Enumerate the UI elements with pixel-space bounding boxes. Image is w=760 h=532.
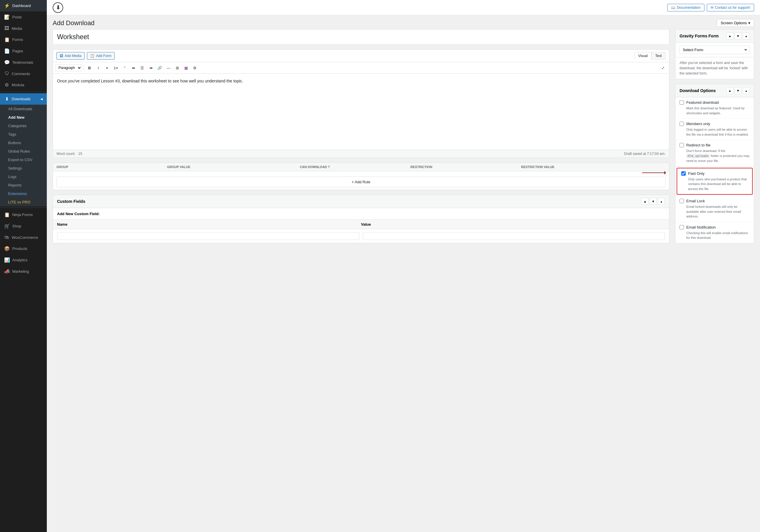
- do-email-lock-header: Email Lock: [680, 199, 750, 203]
- close-box-button[interactable]: ▴: [658, 198, 665, 205]
- sidebar-item-products[interactable]: 📦 Products: [0, 243, 47, 254]
- do-redirect-checkbox[interactable]: [680, 143, 684, 147]
- sidebar-sub-extensions[interactable]: Extensions: [0, 190, 47, 198]
- collapse-up-button[interactable]: ▲: [641, 198, 648, 205]
- align-center-button[interactable]: ☰: [138, 64, 146, 71]
- do-email-lock: Email Lock Email locked downloads will o…: [676, 196, 754, 222]
- main-area: ⬇ 📖 Documentation ✉ Contact us for suppo…: [47, 0, 760, 532]
- sidebar: ⚡ Dashboard 📝 Posts 🖼 Media 📋 Forms 📄 Pa…: [0, 0, 47, 532]
- settings-button[interactable]: ⚙: [191, 64, 199, 71]
- align-left-button[interactable]: ⬅: [130, 64, 137, 71]
- sidebar-item-woocommerce[interactable]: 🛍 WooCommerce: [0, 232, 47, 243]
- dashboard-icon: ⚡: [4, 3, 10, 9]
- sidebar-item-posts[interactable]: 📝 Posts: [0, 11, 47, 23]
- editor-toolbar-top: 🖼 Add Media 📋 Add Form Visual Text: [53, 50, 669, 62]
- tab-visual[interactable]: Visual: [635, 52, 651, 60]
- sidebar-sub-categories[interactable]: Categories: [0, 122, 47, 130]
- analytics-icon: 📊: [4, 257, 10, 263]
- sidebar-item-testimonials[interactable]: 💬 Testimonials: [0, 57, 47, 68]
- cf-name-input[interactable]: [57, 232, 359, 240]
- downloads-submenu: All Downloads Add New Categories Tags Bu…: [0, 105, 47, 206]
- add-media-button[interactable]: 🖼 Add Media: [57, 52, 84, 60]
- color-button[interactable]: ▦: [182, 64, 190, 71]
- gf-collapse-down[interactable]: ▼: [735, 32, 741, 39]
- sidebar-sub-export[interactable]: Export to CSV: [0, 155, 47, 164]
- align-right-button[interactable]: ➡: [147, 64, 155, 71]
- blockquote-button[interactable]: ": [121, 64, 128, 71]
- sidebar-item-shop[interactable]: 🛒 Shop: [0, 220, 47, 232]
- gf-collapse-up[interactable]: ▲: [726, 32, 734, 39]
- do-email-notification-checkbox[interactable]: [680, 225, 684, 230]
- sidebar-item-marketing[interactable]: 📣 Marketing: [0, 266, 47, 277]
- more-button[interactable]: —: [165, 64, 172, 71]
- downloads-arrow: ◀: [40, 97, 43, 101]
- add-rule-button[interactable]: + Add Rule: [57, 177, 666, 187]
- table-button[interactable]: ⊞: [173, 64, 181, 71]
- sidebar-item-analytics[interactable]: 📊 Analytics: [0, 254, 47, 266]
- do-featured-checkbox[interactable]: [680, 100, 684, 105]
- screen-options-button[interactable]: Screen Options ▾: [717, 19, 754, 27]
- documentation-button[interactable]: 📖 Documentation: [667, 4, 704, 11]
- italic-button[interactable]: I: [94, 64, 102, 71]
- sidebar-sub-global-rules[interactable]: Global Rules: [0, 147, 47, 155]
- sidebar-sub-settings[interactable]: Settings: [0, 164, 47, 172]
- bold-button[interactable]: B: [86, 64, 93, 71]
- do-collapse-down[interactable]: ▼: [735, 87, 741, 94]
- do-email-notification: Email Notification Checking this will en…: [676, 222, 754, 243]
- editor-content[interactable]: Once you've completed Lesson #3, downloa…: [53, 74, 669, 150]
- sidebar-item-dashboard[interactable]: ⚡ Dashboard: [0, 0, 47, 11]
- sidebar-item-pages[interactable]: 📄 Pages: [0, 45, 47, 57]
- image-icon: 🖼: [60, 54, 63, 58]
- tab-text[interactable]: Text: [651, 52, 666, 60]
- cf-value-input[interactable]: [363, 232, 665, 240]
- sidebar-item-ninja-forms[interactable]: 📋 Ninja Forms: [0, 209, 47, 220]
- editor-box: 🖼 Add Media 📋 Add Form Visual Text: [53, 49, 669, 158]
- sidebar-item-forms[interactable]: 📋 Forms: [0, 34, 47, 45]
- download-options-header: Download Options ▲ ▼ ▴: [676, 84, 754, 97]
- link-button[interactable]: 🔗: [156, 64, 164, 71]
- woocommerce-icon: 🛍: [4, 235, 9, 240]
- sidebar-item-media[interactable]: 🖼 Media: [0, 23, 47, 34]
- do-members-checkbox[interactable]: [680, 122, 684, 126]
- unordered-list-button[interactable]: ≡: [103, 64, 111, 71]
- sidebar-sub-lite-vs-pro[interactable]: LITE vs PRO: [0, 198, 47, 206]
- media-icon: 🖼: [4, 26, 9, 31]
- do-members-only: Members only Only logged in users will b…: [676, 119, 754, 140]
- sidebar-item-downloads[interactable]: ⬇ Downloads ◀: [0, 93, 47, 105]
- sidebar-sub-all-downloads[interactable]: All Downloads: [0, 105, 47, 113]
- sidebar-sub-reports[interactable]: Reports: [0, 181, 47, 190]
- gf-select-wrapper: Select Form: [676, 43, 754, 57]
- ordered-list-button[interactable]: 1≡: [112, 64, 119, 71]
- add-form-button[interactable]: 📋 Add Form: [87, 52, 115, 60]
- editor-format-bar: Paragraph B I ≡ 1≡ " ⬅ ☰ ➡ 🔗 — ⊞: [53, 62, 669, 74]
- sidebar-item-comments[interactable]: 🗨 Comments: [0, 68, 47, 79]
- custom-fields-box: Custom Fields ▲ ▼ ▴ Add New Custom Field…: [53, 195, 669, 243]
- gf-close[interactable]: ▴: [743, 32, 750, 39]
- sidebar-sub-add-new[interactable]: Add New: [0, 113, 47, 122]
- contact-support-button[interactable]: ✉ Contact us for support!: [707, 4, 754, 11]
- chevron-down-icon: ▾: [748, 21, 750, 25]
- editor-footer: Word count: 15 Draft saved at 7:17:04 am…: [53, 150, 669, 157]
- topbar: ⬇ 📖 Documentation ✉ Contact us for suppo…: [47, 0, 760, 16]
- do-paid-checkbox[interactable]: [681, 171, 686, 176]
- sidebar-sub-tags[interactable]: Tags: [0, 130, 47, 139]
- fullscreen-button[interactable]: ⤢: [659, 64, 667, 71]
- collapse-down-button[interactable]: ▼: [650, 198, 657, 205]
- gravity-forms-header: Gravity Forms Form ▲ ▼ ▴: [676, 29, 754, 43]
- do-collapse-up[interactable]: ▲: [726, 87, 734, 94]
- arrow-line: [642, 172, 666, 173]
- sidebar-sub-logs[interactable]: Logs: [0, 172, 47, 181]
- gf-form-select[interactable]: Select Form: [680, 46, 750, 54]
- do-paid-header: Paid Only: [681, 171, 748, 176]
- sidebar-item-modula[interactable]: ⚙ Modula: [0, 79, 47, 91]
- shop-icon: 🛒: [4, 223, 10, 229]
- box-controls: ▲ ▼ ▴: [641, 198, 665, 205]
- do-close[interactable]: ▴: [743, 87, 750, 94]
- page-title: Add Download: [53, 19, 94, 27]
- do-email-notification-header: Email Notification: [680, 225, 750, 230]
- do-email-lock-checkbox[interactable]: [680, 199, 684, 203]
- paragraph-select[interactable]: Paragraph: [55, 64, 82, 71]
- title-input[interactable]: [53, 29, 669, 44]
- gravity-forms-box: Gravity Forms Form ▲ ▼ ▴ Select Form Aft…: [675, 29, 754, 79]
- sidebar-sub-buttons[interactable]: Buttons: [0, 139, 47, 147]
